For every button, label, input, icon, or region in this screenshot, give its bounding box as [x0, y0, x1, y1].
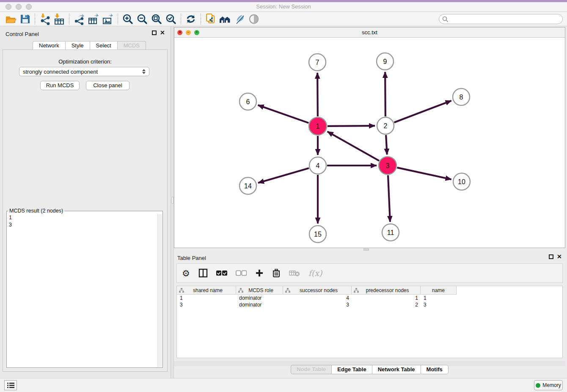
close-view-icon[interactable]: ✕ — [177, 30, 182, 35]
graph-edge-2-3[interactable] — [386, 135, 387, 155]
save-session-icon[interactable] — [18, 13, 32, 25]
table-row[interactable]: 1 dominator 4 1 1 — [177, 295, 562, 301]
open-session-icon[interactable] — [3, 13, 18, 25]
graph-edge-1-2[interactable] — [328, 126, 375, 126]
column-header-predecessor-nodes[interactable]: predecessor nodes — [352, 286, 421, 295]
zoom-fit-icon[interactable] — [149, 13, 164, 25]
minimize-window-icon[interactable] — [16, 4, 22, 10]
tab-network[interactable]: Network — [33, 41, 65, 50]
cell-shared-name[interactable]: 1 — [177, 295, 236, 301]
graph-node-label-4: 4 — [316, 162, 320, 169]
search-input-container[interactable] — [439, 14, 563, 24]
apply-layout-icon[interactable] — [184, 13, 198, 25]
graph-edge-1-6[interactable] — [258, 105, 309, 123]
cell-name[interactable]: 1 — [421, 295, 457, 301]
add-column-icon[interactable] — [255, 267, 264, 279]
attribute-icon — [179, 288, 184, 293]
graph-edge-3-10[interactable] — [397, 168, 451, 179]
import-table-icon[interactable] — [52, 13, 66, 25]
result-scrollbar[interactable] — [157, 214, 162, 367]
deselect-all-checkboxes-icon[interactable] — [236, 267, 247, 279]
graph-edge-4-14[interactable] — [258, 168, 309, 183]
control-panel-title: Control Panel — [6, 31, 39, 37]
optimization-criterion-select[interactable]: strongly connected component — [19, 67, 149, 76]
first-neighbors-icon[interactable] — [218, 13, 232, 25]
close-panel-icon[interactable]: ✕ — [557, 254, 562, 259]
maximize-view-icon[interactable]: + — [194, 30, 199, 35]
column-header-name[interactable]: name — [421, 286, 457, 295]
vertical-splitter[interactable] — [171, 26, 174, 378]
zoom-out-icon[interactable] — [135, 13, 149, 25]
graph-node-label-15: 15 — [314, 231, 322, 238]
graph-node-label-9: 9 — [383, 58, 387, 65]
minimize-view-icon[interactable]: − — [186, 30, 191, 35]
zoom-in-icon[interactable] — [121, 13, 135, 25]
task-history-button[interactable] — [4, 380, 17, 390]
zoom-window-icon[interactable] — [26, 4, 32, 10]
cell-shared-name[interactable]: 3 — [177, 301, 236, 308]
window-title: Session: New Session — [0, 2, 567, 11]
tab-network-table[interactable]: Network Table — [372, 365, 421, 374]
settings-gear-icon[interactable]: ⚙ — [182, 267, 190, 279]
function-builder-icon: f(x) — [308, 267, 322, 279]
graph-edge-3-11[interactable] — [388, 175, 390, 222]
search-icon — [442, 16, 449, 22]
split-columns-icon[interactable] — [198, 267, 208, 279]
cell-mcds-role[interactable]: dominator — [236, 295, 283, 301]
tab-select[interactable]: Select — [90, 41, 117, 50]
tab-motifs[interactable]: Motifs — [421, 365, 449, 374]
search-input[interactable] — [451, 16, 562, 22]
float-panel-icon[interactable] — [152, 30, 157, 35]
graph-edge-1-7[interactable] — [317, 73, 318, 116]
column-header-shared-name[interactable]: shared name — [177, 286, 236, 295]
graphics-details-icon[interactable] — [232, 13, 247, 25]
cell-mcds-role[interactable]: dominator — [236, 301, 283, 308]
show-hide-icon — [247, 13, 261, 25]
node-table[interactable]: shared name MCDS role successor nodes pr… — [176, 286, 563, 358]
export-image-icon[interactable] — [101, 13, 115, 25]
optimization-criterion-label: Optimization criterion: — [3, 58, 167, 65]
float-panel-icon[interactable] — [549, 254, 553, 259]
tab-mcds[interactable]: MCDS — [117, 41, 146, 50]
cell-successor-nodes[interactable]: 4 — [283, 295, 352, 301]
export-network-icon[interactable] — [72, 13, 86, 25]
graph-node-label-14: 14 — [244, 182, 252, 190]
column-header-successor-nodes[interactable]: successor nodes — [283, 286, 352, 295]
clone-network-icon[interactable] — [204, 13, 218, 25]
run-mcds-button[interactable]: Run MCDS — [40, 81, 80, 90]
select-all-checkboxes-icon[interactable] — [216, 267, 227, 279]
delete-column-icon[interactable] — [272, 267, 281, 279]
horizontal-splitter[interactable] — [174, 248, 565, 251]
cell-name[interactable]: 3 — [421, 301, 457, 308]
mcds-panel-content: Optimization criterion: strongly connect… — [3, 50, 168, 372]
memory-button[interactable]: Memory — [534, 380, 563, 390]
tab-node-table[interactable]: Node Table — [291, 365, 331, 374]
attribute-icon — [354, 288, 359, 293]
cell-successor-nodes[interactable]: 3 — [283, 301, 352, 308]
close-window-icon[interactable] — [6, 4, 11, 10]
splitter-handle[interactable] — [171, 197, 173, 204]
import-network-icon[interactable] — [38, 13, 52, 25]
close-panel-icon[interactable]: ✕ — [160, 30, 165, 35]
mcds-result-list: 1 3 — [7, 214, 162, 229]
network-canvas[interactable]: 7968124314101511 — [174, 38, 565, 248]
column-header-mcds-role[interactable]: MCDS role — [236, 286, 283, 295]
graph-node-label-11: 11 — [387, 229, 394, 236]
zoom-selected-icon[interactable] — [164, 13, 178, 25]
tab-edge-table[interactable]: Edge Table — [331, 365, 372, 374]
graph-edge-2-9[interactable] — [385, 72, 385, 116]
splitter-handle[interactable] — [363, 248, 369, 251]
close-panel-button[interactable]: Close panel — [86, 81, 129, 90]
graph-edge-2-8[interactable] — [394, 101, 451, 122]
network-window-titlebar[interactable]: ✕ − + scc.txt — [174, 28, 565, 38]
graph-edge-3-1[interactable] — [328, 132, 379, 161]
tab-style[interactable]: Style — [65, 41, 90, 50]
attribute-icon — [285, 288, 290, 293]
graph-node-label-1: 1 — [316, 123, 320, 130]
table-row[interactable]: 3 dominator 3 2 3 — [177, 301, 562, 308]
cell-predecessor-nodes[interactable]: 1 — [352, 295, 421, 301]
cell-predecessor-nodes[interactable]: 2 — [352, 301, 421, 308]
mcds-result-title: MCDS result (2 nodes) — [8, 208, 64, 214]
export-table-icon[interactable] — [86, 13, 101, 25]
attribute-icon — [238, 288, 243, 293]
